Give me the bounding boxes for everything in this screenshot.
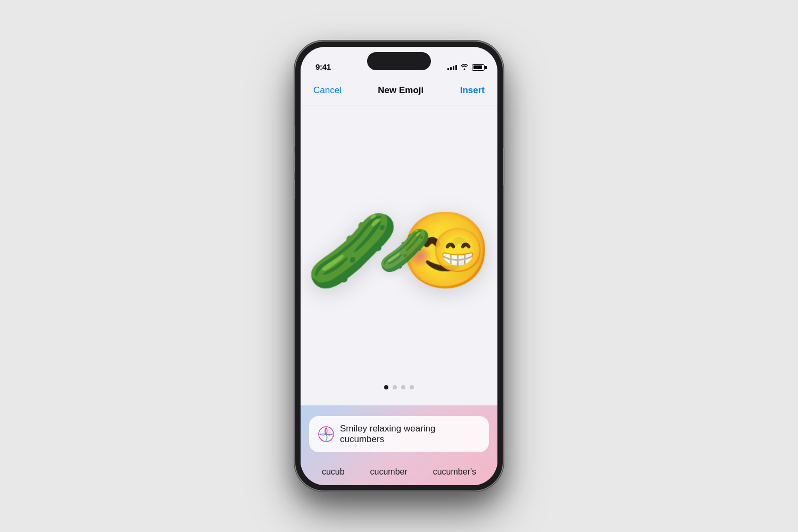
dynamic-island: [367, 52, 431, 70]
page-dot-1[interactable]: [384, 385, 388, 389]
cancel-button[interactable]: Cancel: [313, 85, 342, 96]
suggestion-item-1[interactable]: cucub: [322, 467, 345, 477]
suggestion-item-3[interactable]: cucumber's: [433, 467, 476, 477]
signal-bar-2: [450, 67, 452, 70]
insert-button[interactable]: Insert: [460, 85, 485, 96]
phone-frame: 9:41: [295, 41, 503, 491]
page-dot-2[interactable]: [393, 385, 397, 389]
signal-bar-4: [455, 65, 457, 70]
status-time: 9:41: [315, 62, 331, 71]
ai-icon: [318, 426, 335, 443]
signal-bar-3: [453, 66, 454, 70]
suggestion-item-2[interactable]: cucumber: [370, 467, 408, 477]
battery-icon: [472, 64, 485, 71]
page-indicators: [384, 385, 414, 389]
search-container[interactable]: Smiley relaxing wearing cucumbers: [309, 416, 489, 452]
status-icons: [447, 63, 485, 71]
page-dot-3[interactable]: [401, 385, 405, 389]
signal-bars-icon: [447, 65, 457, 70]
bottom-area: Smiley relaxing wearing cucumbers cucub …: [301, 405, 497, 485]
suggestions-row: cucub cucumber cucumber's: [309, 461, 489, 485]
status-bar: 9:41: [301, 47, 497, 76]
signal-bar-1: [447, 68, 449, 70]
page-title: New Emoji: [378, 85, 423, 96]
secondary-emoji: 🥒😁: [378, 226, 485, 276]
search-prompt-text: Smiley relaxing wearing cucumbers: [340, 423, 480, 445]
wifi-icon: [460, 63, 469, 71]
phone-wrapper: 9:41: [295, 41, 503, 491]
phone-screen: 9:41: [301, 47, 497, 485]
nav-bar: Cancel New Emoji Insert: [301, 76, 497, 105]
battery-fill: [473, 65, 482, 69]
main-content: 🥒😊 🥒😁: [301, 105, 497, 485]
emoji-carousel[interactable]: 🥒😊 🥒😁: [301, 116, 497, 385]
page-dot-4[interactable]: [410, 385, 414, 389]
